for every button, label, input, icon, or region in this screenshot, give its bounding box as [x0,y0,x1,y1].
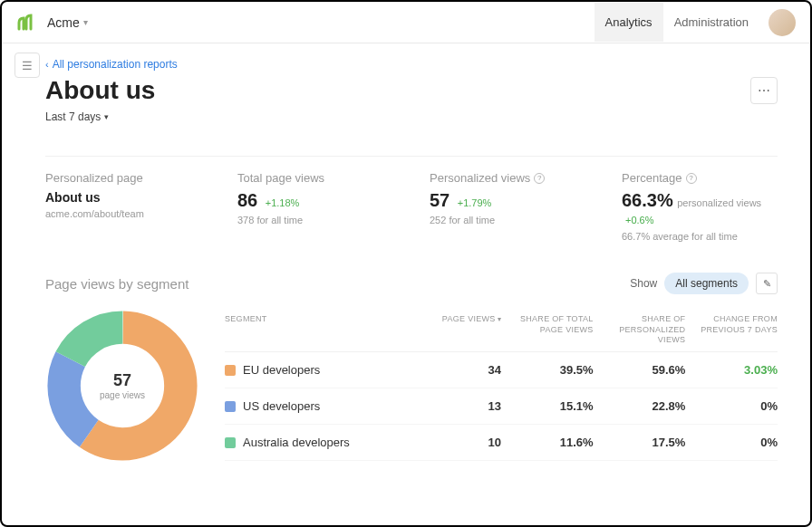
table-row[interactable]: Australia developers1011.6%17.5%0% [225,425,778,461]
brand-logo-icon [16,14,34,32]
stat-personalized-page: Personalized page About us acme.com/abou… [45,171,201,242]
help-icon[interactable]: ? [534,173,545,184]
nav-analytics[interactable]: Analytics [594,3,663,42]
cell-share-pers: 59.6% [594,363,686,377]
chevron-down-icon: ▾ [104,112,109,121]
stat-page-url: acme.com/about/team [45,208,201,219]
table-header: SEGMENT PAGE VIEWS▾ SHARE OF TOTAL PAGE … [225,309,778,352]
stat-sub: 252 for all time [430,215,585,225]
chevron-left-icon: ‹ [45,59,49,70]
breadcrumb[interactable]: ‹ All personalization reports [45,58,778,71]
segment-name-cell: Australia developers [225,436,409,449]
chevron-down-icon: ▾ [83,17,88,27]
segment-filter-pill[interactable]: All segments [664,273,749,294]
stat-personalized-views: Personalized views ? 57 +1.79% 252 for a… [430,171,585,242]
cell-share-pers: 22.8% [594,399,686,413]
stat-value: 57 [430,190,450,210]
cell-pageviews: 34 [409,363,501,377]
stat-label: Total page views [237,171,393,185]
cell-change: 0% [685,399,778,413]
color-swatch [225,437,236,448]
cell-pageviews: 13 [409,399,501,413]
cell-share-pers: 17.5% [594,436,686,449]
donut-center: 57 page views [100,371,145,400]
page-title: About us [45,76,155,105]
table-row[interactable]: US developers1315.1%22.8%0% [225,388,778,425]
breadcrumb-label: All personalization reports [53,58,178,71]
show-label: Show [630,277,657,290]
date-range-label: Last 7 days [45,110,101,123]
stat-value: 66.3% [622,190,673,210]
cell-share-total: 11.6% [501,436,594,449]
stat-sub: 378 for all time [237,215,393,225]
color-swatch [225,365,236,376]
top-nav: Analytics Administration [594,3,796,42]
stat-delta: +1.18% [266,197,300,208]
stat-value: 86 [237,190,257,210]
org-switcher[interactable]: Acme ▾ [47,15,88,30]
page-title-row: About us ⋯ [45,76,778,105]
stat-sub: 66.7% average for all time [622,231,778,242]
stat-label-text: Personalized views [430,171,530,185]
stats-row: Personalized page About us acme.com/abou… [45,156,778,242]
date-range-selector[interactable]: Last 7 days ▾ [45,110,778,123]
donut-label: page views [100,390,145,400]
topbar: Acme ▾ Analytics Administration [2,2,810,43]
col-label: PAGE VIEWS [442,314,496,323]
col-share-total[interactable]: SHARE OF TOTAL PAGE VIEWS [501,314,594,346]
cell-change: 0% [685,436,778,449]
cell-change: 3.03% [685,363,778,377]
color-swatch [225,401,236,412]
col-share-pers[interactable]: SHARE OF PERSONALIZED VIEWS [594,314,686,346]
more-actions-button[interactable]: ⋯ [750,77,778,104]
col-pageviews[interactable]: PAGE VIEWS▾ [409,314,501,346]
donut-value: 57 [100,371,145,390]
stat-label: Personalized page [45,171,201,185]
segment-name-cell: EU developers [225,363,409,377]
table-row[interactable]: EU developers3439.5%59.6%3.03% [225,352,778,388]
segment-name-cell: US developers [225,399,409,413]
segments-layout: 57 page views SEGMENT PAGE VIEWS▾ SHARE … [45,309,778,463]
donut-chart: 57 page views [45,309,199,463]
org-name-label: Acme [47,15,80,30]
edit-segments-button[interactable]: ✎ [756,273,778,294]
ellipsis-icon: ⋯ [758,83,771,98]
segment-name-label: Australia developers [243,436,350,449]
main-content: ‹ All personalization reports About us ⋯… [2,58,810,481]
cell-share-total: 39.5% [501,363,594,377]
stat-label-text: Percentage [622,171,682,185]
stat-label: Personalized views ? [430,171,585,185]
segment-name-label: US developers [243,399,320,413]
stat-page-name: About us [45,190,201,205]
stat-total-views: Total page views 86 +1.18% 378 for all t… [237,171,393,242]
segments-title: Page views by segment [45,276,188,292]
stat-percentage: Percentage ? 66.3% personalized views +0… [622,171,778,242]
cell-share-total: 15.1% [501,399,594,413]
stat-label: Percentage ? [622,171,778,185]
stat-delta: +0.6% [625,215,654,225]
col-segment[interactable]: SEGMENT [225,314,409,346]
nav-administration[interactable]: Administration [663,3,759,42]
pencil-icon: ✎ [763,278,771,290]
avatar[interactable] [768,9,796,36]
stat-delta: +1.79% [458,197,492,208]
cell-pageviews: 10 [409,436,501,449]
stat-value-suffix: personalized views [677,197,761,208]
col-change[interactable]: CHANGE FROM PREVIOUS 7 DAYS [685,314,778,346]
help-icon[interactable]: ? [686,173,697,184]
segment-name-label: EU developers [243,363,320,377]
segments-header-row: Page views by segment Show All segments … [45,273,778,294]
segments-table: SEGMENT PAGE VIEWS▾ SHARE OF TOTAL PAGE … [225,309,778,461]
